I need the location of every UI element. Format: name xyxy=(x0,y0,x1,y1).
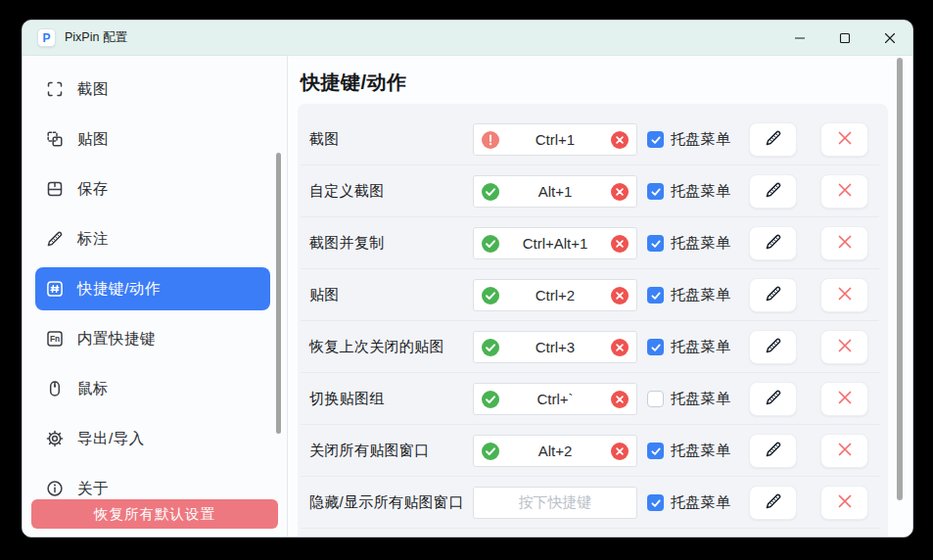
tray-menu-checkbox[interactable] xyxy=(647,131,664,148)
save-icon xyxy=(44,178,66,200)
action-label: 自定义截图 xyxy=(309,165,385,217)
delete-hotkey-button[interactable] xyxy=(820,278,868,312)
hotkey-value: Ctrl+3 xyxy=(536,339,575,355)
hotkey-rows-panel: 截图 Ctrl+1 托盘菜单 自定义截图 Alt+1 xyxy=(298,104,888,537)
edit-action-button[interactable] xyxy=(749,278,797,312)
pencil-icon xyxy=(764,284,783,306)
action-label: 恢复上次关闭的贴图 xyxy=(309,321,444,373)
content-scrollbar[interactable] xyxy=(897,58,903,500)
hotkey-input[interactable]: Ctrl+Alt+1 xyxy=(473,227,637,259)
sidebar-item-annotate[interactable]: 标注 xyxy=(35,217,270,260)
close-button[interactable] xyxy=(867,21,912,55)
edit-action-button[interactable] xyxy=(749,330,797,364)
tray-menu-label: 托盘菜单 xyxy=(671,165,730,217)
hotkey-input[interactable]: Ctrl+3 xyxy=(473,331,637,363)
delete-hotkey-button[interactable] xyxy=(820,330,868,364)
action-label: 截图 xyxy=(309,114,340,165)
action-label: 切换贴图组 xyxy=(309,373,385,425)
pencil-icon xyxy=(44,228,66,250)
check-icon xyxy=(650,238,662,250)
delete-x-icon xyxy=(835,388,855,410)
delete-hotkey-button[interactable] xyxy=(820,486,868,520)
success-icon xyxy=(482,339,499,356)
pencil-icon xyxy=(764,232,783,255)
delete-x-icon xyxy=(835,180,855,203)
success-icon xyxy=(482,287,499,304)
success-icon xyxy=(482,287,499,304)
tray-menu-checkbox[interactable] xyxy=(647,391,664,407)
sidebar-item-hotkeys-actions[interactable]: 快捷键/动作 xyxy=(35,267,270,310)
sidebar-item-save[interactable]: 保存 xyxy=(35,167,270,210)
sidebar-item-mouse[interactable]: 鼠标 xyxy=(35,367,270,410)
hotkey-row: 截图并复制 Ctrl+Alt+1 托盘菜单 xyxy=(298,217,888,269)
pin-image-icon xyxy=(44,128,66,150)
success-icon xyxy=(482,339,499,356)
tray-menu-checkbox[interactable] xyxy=(647,339,664,355)
clear-hotkey-icon[interactable] xyxy=(611,183,629,201)
close-icon xyxy=(884,32,896,44)
check-icon xyxy=(650,342,662,353)
delete-hotkey-button[interactable] xyxy=(820,434,868,468)
tray-menu-checkbox[interactable] xyxy=(647,287,664,303)
hotkey-row: 关闭所有贴图窗口 Alt+2 托盘菜单 xyxy=(298,425,888,477)
tray-menu-label: 托盘菜单 xyxy=(671,321,730,373)
clear-hotkey-icon[interactable] xyxy=(611,131,629,149)
tray-menu-checkbox[interactable] xyxy=(647,443,664,459)
hotkey-input[interactable]: Alt+2 xyxy=(473,435,637,467)
info-icon xyxy=(44,478,66,499)
clear-hotkey-icon[interactable] xyxy=(611,287,629,304)
success-icon xyxy=(482,443,499,460)
tray-menu-label: 托盘菜单 xyxy=(671,477,730,529)
sidebar-item-builtin-hotkeys[interactable]: Fn 内置快捷键 xyxy=(35,317,270,360)
edit-action-button[interactable] xyxy=(749,382,797,416)
svg-text:Fn: Fn xyxy=(50,334,60,344)
hotkey-input[interactable]: Ctrl+2 xyxy=(473,279,637,311)
tray-menu-checkbox[interactable] xyxy=(647,183,664,200)
pencil-icon xyxy=(764,491,783,514)
hotkey-input[interactable]: Alt+1 xyxy=(473,175,637,208)
minimize-icon xyxy=(794,32,806,44)
minimize-button[interactable] xyxy=(777,21,822,55)
reset-defaults-button[interactable]: 恢复所有默认设置 xyxy=(31,499,278,529)
tray-menu-checkbox[interactable] xyxy=(647,235,664,252)
titlebar: P PixPin 配置 xyxy=(23,21,912,56)
clear-hotkey-icon[interactable] xyxy=(611,339,629,356)
clear-hotkey-icon[interactable] xyxy=(611,443,629,460)
success-icon xyxy=(482,235,499,253)
pencil-icon xyxy=(764,336,783,358)
sidebar-item-pin-image[interactable]: 贴图 xyxy=(35,117,270,161)
success-icon xyxy=(482,391,499,408)
hotkey-input[interactable]: 按下快捷键 xyxy=(473,487,637,519)
edit-action-button[interactable] xyxy=(749,486,797,520)
delete-hotkey-button[interactable] xyxy=(820,122,868,157)
warning-icon xyxy=(482,131,499,149)
delete-hotkey-button[interactable] xyxy=(820,382,868,416)
clear-hotkey-icon[interactable] xyxy=(611,391,629,408)
clear-hotkey-icon[interactable] xyxy=(611,235,629,253)
window-body: 截图 贴图 保存 标注 快捷键/动作 Fn 内置快捷键 鼠标 导出/导入 关于 … xyxy=(23,56,912,537)
edit-action-button[interactable] xyxy=(749,226,797,260)
sidebar-item-export-import[interactable]: 导出/导入 xyxy=(35,417,270,460)
hotkey-row: 截图 Ctrl+1 托盘菜单 xyxy=(298,114,888,165)
tray-menu-checkbox[interactable] xyxy=(647,494,664,511)
hotkey-input[interactable]: Ctrl+` xyxy=(473,383,637,415)
sidebar-scrollbar[interactable] xyxy=(276,153,281,434)
success-icon xyxy=(482,443,499,460)
hotkey-row: 自定义截图 Alt+1 托盘菜单 xyxy=(298,165,888,217)
check-icon xyxy=(650,186,662,198)
page-title: 快捷键/动作 xyxy=(301,70,912,96)
delete-hotkey-button[interactable] xyxy=(820,174,868,209)
sidebar-item-screenshot[interactable]: 截图 xyxy=(35,68,270,111)
maximize-button[interactable] xyxy=(822,21,867,55)
edit-action-button[interactable] xyxy=(749,174,797,209)
tray-menu-label: 托盘菜单 xyxy=(671,269,730,321)
delete-hotkey-button[interactable] xyxy=(820,226,868,260)
hotkey-value: Alt+2 xyxy=(538,443,573,459)
hotkey-input[interactable]: Ctrl+1 xyxy=(473,123,637,156)
edit-action-button[interactable] xyxy=(749,434,797,468)
edit-action-button[interactable] xyxy=(749,122,797,157)
check-icon xyxy=(650,290,662,302)
check-icon xyxy=(650,134,662,146)
hotkey-value: Ctrl+2 xyxy=(536,287,575,303)
delete-x-icon xyxy=(835,440,855,462)
